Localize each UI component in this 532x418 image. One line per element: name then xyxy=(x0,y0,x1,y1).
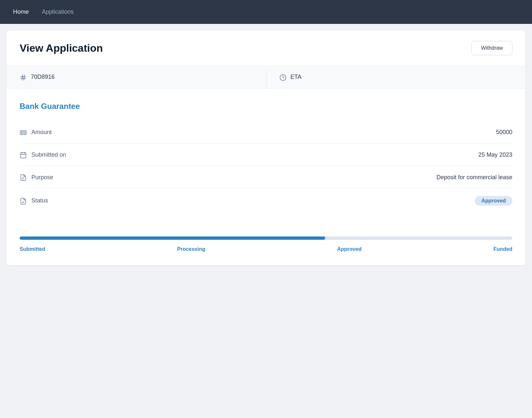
progress-label-processing: Processing xyxy=(177,246,205,252)
status-row: Status Approved xyxy=(20,189,512,213)
svg-rect-9 xyxy=(21,153,26,158)
nav-applications[interactable]: Applications xyxy=(42,9,74,15)
progress-labels: Submitted Processing Approved Funded xyxy=(20,246,512,252)
info-row: 70D8916 ETA xyxy=(7,66,525,89)
page-title: View Application xyxy=(20,42,103,54)
submitted-on-label: Submitted on xyxy=(20,151,66,159)
progress-bar-fill xyxy=(20,236,325,240)
withdraw-button[interactable]: Withdraw xyxy=(471,41,512,55)
calendar-icon xyxy=(20,151,27,159)
amount-label-text: Amount xyxy=(31,129,52,136)
amount-value: 50000 xyxy=(496,129,512,136)
application-id: 70D8916 xyxy=(31,74,55,80)
status-document-icon xyxy=(20,197,27,205)
hash-icon xyxy=(20,73,27,81)
svg-point-6 xyxy=(22,132,24,134)
document-icon xyxy=(20,173,27,181)
navbar: Home Applications xyxy=(0,0,532,24)
purpose-label-text: Purpose xyxy=(31,174,53,181)
status-badge: Approved xyxy=(475,196,512,206)
money-icon xyxy=(20,129,27,136)
submitted-on-value: 25 May 2023 xyxy=(478,151,512,158)
section-body: Bank Guarantee Amount 50000 xyxy=(7,89,525,226)
card-header: View Application Withdraw xyxy=(7,30,525,66)
progress-section: Submitted Processing Approved Funded xyxy=(7,226,525,265)
progress-label-funded: Funded xyxy=(493,246,512,252)
application-id-cell: 70D8916 xyxy=(7,66,266,88)
section-title: Bank Guarantee xyxy=(20,102,512,111)
svg-line-3 xyxy=(24,75,25,80)
eta-cell: ETA xyxy=(266,66,526,88)
amount-row: Amount 50000 xyxy=(20,121,512,144)
application-card: View Application Withdraw 70D8916 xyxy=(7,30,525,265)
submitted-on-row: Submitted on 25 May 2023 xyxy=(20,144,512,166)
progress-label-approved: Approved xyxy=(337,246,362,252)
main-content: View Application Withdraw 70D8916 xyxy=(0,24,532,272)
purpose-value: Deposit for commercial lease xyxy=(436,174,512,181)
purpose-row: Purpose Deposit for commercial lease xyxy=(20,166,512,189)
purpose-label: Purpose xyxy=(20,173,53,181)
submitted-on-label-text: Submitted on xyxy=(31,151,66,158)
progress-label-submitted: Submitted xyxy=(20,246,45,252)
svg-rect-5 xyxy=(20,131,26,135)
svg-line-2 xyxy=(22,75,23,80)
status-label: Status xyxy=(20,197,48,205)
clock-icon xyxy=(279,73,287,81)
status-label-text: Status xyxy=(31,197,48,204)
eta-label: ETA xyxy=(291,74,302,80)
nav-home[interactable]: Home xyxy=(13,9,29,15)
amount-label: Amount xyxy=(20,129,52,136)
progress-bar-container xyxy=(20,236,512,240)
